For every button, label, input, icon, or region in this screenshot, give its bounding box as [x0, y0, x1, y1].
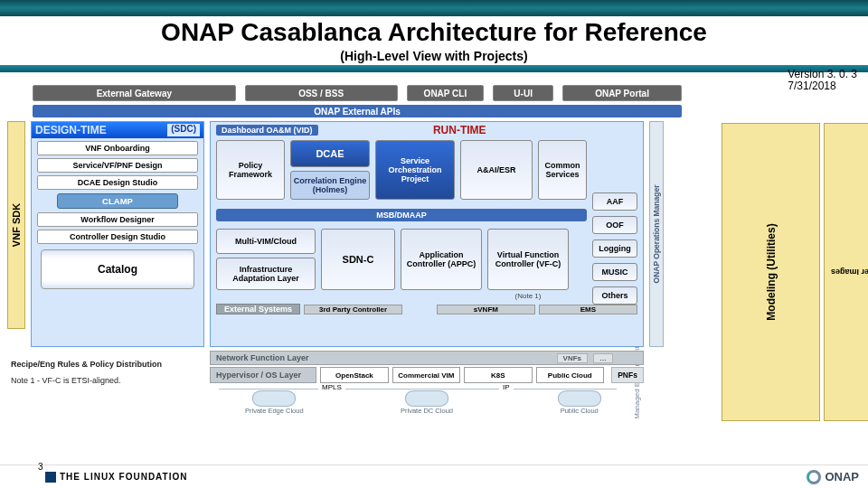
logging-box: Logging [592, 239, 637, 258]
k8s-tag: K8S [464, 367, 532, 383]
pnfs-tag: PNFs [611, 367, 644, 383]
integration-bar: IntegrationBenchmark / Container Images [824, 123, 868, 421]
page-title: ONAP Casablanca Architecture for Referen… [0, 18, 868, 47]
cloud-icon [405, 390, 448, 407]
aaf-box: AAF [592, 192, 637, 211]
clamp-item: CLAMP [57, 193, 178, 209]
onap-cli-pill: ONAP CLI [407, 85, 485, 101]
network-function-layer-row: Network Function Layer VNFs … [210, 351, 644, 365]
svnfm-tag: sVNFM [437, 305, 535, 314]
note1-text: Note 1 - VF-C is ETSI-aligned. [11, 376, 206, 387]
modeling-bar: Modeling (Utilities) [722, 123, 820, 421]
footer: 3 THE LINUX FOUNDATION ONAP [0, 465, 868, 488]
note1-tag: (Note 1) [487, 292, 569, 300]
top-row: External Gateway OSS / BSS ONAP CLI U-UI… [33, 85, 682, 101]
integration-sub-label: Benchmark / Container Images [831, 267, 868, 277]
page-subtitle: (High-Level View with Projects) [0, 49, 868, 63]
third-party-controller-tag: 3rd Party Controller [304, 305, 402, 314]
cloud-icon [252, 390, 296, 407]
top-stripe [0, 0, 868, 16]
linux-foundation-logo: THE LINUX FOUNDATION [45, 472, 187, 483]
cloud-row: MPLS IP Private Edge Cloud Private DC Cl… [210, 387, 644, 418]
oof-box: OOF [592, 216, 637, 234]
onap-ring-icon [807, 470, 821, 484]
external-gateway-pill: External Gateway [33, 85, 236, 101]
nfl-label: Network Function Layer [211, 353, 554, 362]
diagram-stage: Version 3. 0. 3 7/31/2018 External Gatew… [5, 80, 863, 461]
vnfs-tag: VNFs [557, 353, 588, 363]
hypervisor-row: Hypervisor / OS Layer OpenStack Commerci… [210, 367, 644, 383]
common-services-box: Common Services [538, 140, 587, 200]
sdc-tag: (SDC) [167, 124, 200, 136]
run-time-box: Dashboard OA&M (VID) RUN-TIME Policy Fra… [210, 121, 644, 347]
dcae-box: DCAE [290, 140, 370, 167]
workflow-designer-item: Workflow Designer [37, 212, 198, 227]
catalog-item: Catalog [41, 249, 194, 289]
sdn-c-box: SDN-C [321, 229, 395, 290]
multi-vim-box: Multi-VIM/Cloud [216, 229, 316, 254]
vf-c-box: Virtual Function Controller (VF-C) [487, 229, 569, 290]
external-apis-bar: ONAP External APIs [33, 105, 682, 117]
external-systems-row: External Systems 3rd Party Controller sV… [216, 301, 637, 317]
public-cloud-tag: Public Cloud [536, 367, 604, 383]
design-time-label: DESIGN-TIME [35, 124, 107, 136]
msb-dmaap-bar: MSB/DMAAP [216, 209, 587, 221]
service-orchestration-box: Service Orchestration Project [375, 140, 455, 200]
right-vertical-bars: Modeling (Utilities) IntegrationBenchmar… [722, 123, 857, 421]
ops-manager-bar: ONAP Operations Manager [649, 121, 664, 347]
mpls-label: MPLS [318, 383, 345, 391]
commercial-vim-tag: Commercial VIM [392, 367, 460, 383]
onap-logo: ONAP [807, 470, 859, 484]
modeling-label: Modeling (Utilities) [765, 223, 778, 320]
vnf-onboarding-item: VNF Onboarding [37, 141, 198, 155]
subtitle-stripe [0, 65, 868, 72]
dcae-design-studio-item: DCAE Design Studio [37, 175, 198, 190]
lf-square-icon [45, 472, 56, 483]
external-systems-label: External Systems [216, 304, 300, 314]
recipe-note: Recipe/Eng Rules & Policy Distribution [11, 360, 206, 371]
public-cloud-bubble: Public Cloud [514, 390, 644, 415]
design-time-header: DESIGN-TIME (SDC) [32, 122, 203, 138]
hypervisor-label: Hypervisor / OS Layer [210, 367, 316, 383]
ellipsis-tag: … [593, 353, 613, 363]
cloud-connector-line [219, 389, 617, 389]
cloud-icon [558, 390, 601, 407]
runtime-label: RUN-TIME [433, 124, 486, 136]
music-box: MUSIC [592, 263, 637, 281]
design-time-box: DESIGN-TIME (SDC) VNF Onboarding Service… [31, 121, 204, 347]
ops-manager-label: ONAP Operations Manager [652, 185, 661, 284]
oss-bss-pill: OSS / BSS [245, 85, 398, 101]
aai-esr-box: A&AI/ESR [460, 140, 533, 200]
onap-portal-pill: ONAP Portal [562, 85, 682, 101]
u-ui-pill: U-UI [493, 85, 553, 101]
dashboard-oam-tag: Dashboard OA&M (VID) [216, 125, 318, 136]
ems-tag: EMS [539, 305, 637, 314]
version-line2: 7/31/2018 [788, 80, 857, 92]
controller-design-studio-item: Controller Design Studio [37, 230, 198, 244]
left-notes: Recipe/Eng Rules & Policy Distribution N… [11, 360, 206, 386]
appc-box: Application Controller (APPC) [401, 229, 482, 290]
policy-framework-box: Policy Framework [216, 140, 285, 200]
private-edge-cloud: Private Edge Cloud [210, 390, 339, 415]
version-block: Version 3. 0. 3 7/31/2018 [788, 69, 857, 92]
vnf-sdk-bar: VNF SDK [7, 121, 25, 329]
runtime-grid: Policy Framework DCAE Correlation Engine… [211, 138, 643, 344]
openstack-tag: OpenStack [320, 367, 388, 383]
holmes-box: Correlation Engine (Holmes) [290, 171, 370, 200]
onap-text: ONAP [825, 470, 859, 483]
vnf-sdk-label: VNF SDK [11, 203, 22, 247]
service-design-item: Service/VF/PNF Design [37, 158, 198, 173]
private-dc-cloud: Private DC Cloud [363, 390, 492, 415]
lf-text: THE LINUX FOUNDATION [60, 472, 187, 482]
runtime-header: Dashboard OA&M (VID) RUN-TIME [211, 122, 643, 138]
page-number: 3 [38, 462, 43, 472]
infra-adaptation-box: Infrastructure Adaptation Layer [216, 258, 316, 290]
ip-label: IP [499, 383, 514, 391]
